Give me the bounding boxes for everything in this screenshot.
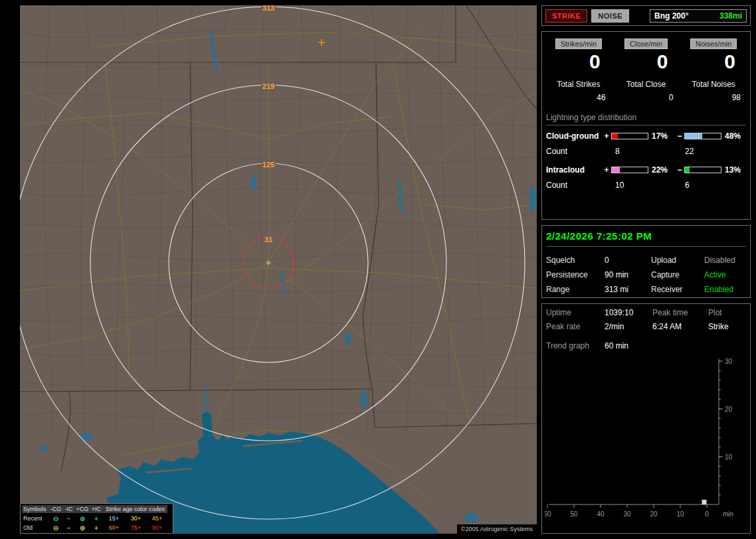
legend-col-pos-ic: +IC [90,505,103,513]
age-15: 15+ [103,515,125,522]
noise-mode-button[interactable]: NOISE [591,9,629,23]
cg-negative-pct: 48% [721,131,743,141]
close-per-min-value: 0 [613,50,680,73]
squelch-value: 0 [605,256,651,265]
ic-count-label: Count [546,181,602,190]
strikes-per-min-column: Strikes/min 0 Total Strikes 46 [545,38,613,102]
trend-settings-row: Trend graph 60 min [546,341,746,350]
cg-negative-bar [684,133,721,139]
ic-positive-count: 10 [602,181,672,190]
total-close-label: Total Close [613,80,680,89]
cg-negative-count: 22 [672,147,746,156]
age-30: 30+ [125,515,147,522]
pos-cg-old-symbol: ⊕ [75,524,90,532]
settings-grid: Squelch 0 Upload Disabled Persistence 90… [546,256,746,294]
svg-text:30: 30 [725,358,733,365]
pos-ic-old-symbol: + [90,524,103,532]
cloud-ground-label: Cloud-ground [546,131,602,141]
svg-text:50: 50 [570,510,578,518]
squelch-label: Squelch [546,256,605,265]
capture-status: Active [704,270,746,279]
strike-mode-button[interactable]: STRIKE [545,9,587,23]
neg-cg-recent-symbol: ⊖ [49,515,62,522]
ic-plus-sign: + [602,165,611,175]
cg-minus-sign: − [675,131,684,141]
total-close-value: 0 [613,93,680,102]
ic-positive-bar [611,167,648,173]
upload-label: Upload [651,256,704,265]
map-legend: Symbols -CG -IC +CG +IC Strike age color… [20,503,173,534]
ic-negative-pct: 13% [721,165,743,175]
legend-col-pos-cg: +CG [75,505,90,513]
svg-text:min: min [723,510,733,518]
neg-ic-old-symbol: − [62,524,75,532]
ic-minus-sign: − [675,165,684,175]
copyright-notice: ©2005 Astrogenic Systems [457,524,537,534]
peak-rate-value: 2/min [605,322,652,331]
svg-text:0: 0 [705,510,709,518]
persistence-value: 90 min [605,270,651,279]
neg-ic-recent-symbol: − [62,515,75,522]
strikes-per-min-badge[interactable]: Strikes/min [555,38,602,49]
mode-panel: STRIKE NOISE Bng 200° 338mi [541,5,751,26]
legend-col-neg-ic: -IC [62,505,75,513]
uptime-value: 1039:10 [605,308,652,317]
ring-label-31: 31 [264,236,272,244]
age-60: 60+ [103,524,125,531]
intracloud-label: Intracloud [546,165,602,175]
stats-panel: Uptime 1039:10 Peak time Plot Peak rate … [541,303,751,534]
peak-time-label: Peak time [652,308,708,317]
total-strikes-label: Total Strikes [545,80,613,89]
legend-old-label: Old [22,524,49,531]
ring-label-125: 125 [262,161,274,169]
capture-label: Capture [651,270,704,279]
ic-negative-count: 6 [672,181,746,190]
legend-symbols-header: Symbols [22,505,49,513]
receiver-status: Enabled [704,285,746,294]
nexstorm-window: 313 219 125 31 Symbols -CG -IC +CG +IC S… [0,0,756,539]
close-per-min-column: Close/min 0 Total Close 0 [613,38,680,102]
ring-label-219: 219 [262,82,274,90]
cloud-ground-row: Cloud-ground + 17% − 48% [545,131,747,141]
noises-per-min-badge[interactable]: Noises/min [690,38,737,49]
legend-old-row: Old ⊖ − ⊕ + 60+ 75+ 90+ [22,523,171,532]
lightning-map[interactable]: 313 219 125 31 Symbols -CG -IC +CG +IC S… [20,5,537,534]
svg-text:20: 20 [650,510,658,518]
cg-count-label: Count [546,147,602,156]
legend-age-header: Strike age color codes [103,505,167,513]
cg-plus-sign: + [602,131,611,141]
neg-cg-old-symbol: ⊖ [49,524,62,532]
trend-graph-label: Trend graph [546,341,605,350]
age-75: 75+ [125,524,147,531]
intracloud-row: Intracloud + 22% − 13% [545,165,747,175]
total-strikes-value: 46 [545,93,613,102]
receiver-label: Receiver [651,285,704,294]
cg-positive-pct: 17% [648,131,675,141]
persistence-label: Persistence [546,270,605,279]
stats-grid: Uptime 1039:10 Peak time Plot Peak rate … [546,308,746,331]
bearing-label: Bng 200° [654,11,688,21]
peak-time-value: 6:24 AM [652,322,708,331]
noises-per-min-column: Noises/min 0 Total Noises 98 [680,38,747,102]
rates-grid: Strikes/min 0 Total Strikes 46 Close/min… [545,38,747,102]
rates-panel: Strikes/min 0 Total Strikes 46 Close/min… [541,31,751,220]
age-90: 90+ [147,524,167,531]
legend-col-neg-cg: -CG [49,505,62,513]
noises-per-min-value: 0 [680,50,747,73]
datetime-display: 2/24/2026 7:25:02 PM [546,229,746,247]
map-canvas[interactable]: 313 219 125 31 [20,5,537,534]
peak-rate-label: Peak rate [546,322,605,331]
cg-positive-bar [611,133,648,139]
cloud-ground-count-row: Count 8 22 [545,147,747,156]
uptime-label: Uptime [546,308,605,317]
close-per-min-badge[interactable]: Close/min [624,38,668,49]
trend-graph: 1020306050403020100min [545,354,745,524]
svg-text:30: 30 [623,510,631,518]
upload-status: Disabled [704,256,746,265]
distribution-title: Lightning type distribution [546,113,746,125]
range-label: Range [546,285,605,294]
svg-text:10: 10 [676,510,684,518]
total-noises-value: 98 [680,93,747,102]
ring-label-313: 313 [262,5,274,12]
age-45: 45+ [147,515,167,522]
